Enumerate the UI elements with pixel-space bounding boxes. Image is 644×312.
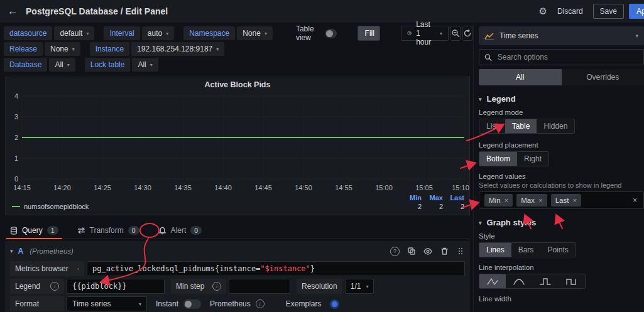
info-icon[interactable]: i xyxy=(212,282,221,291)
x-tick: 14:35 xyxy=(170,184,195,191)
help-icon[interactable]: ? xyxy=(390,247,400,256)
interpolation-step-after[interactable] xyxy=(559,274,585,288)
options-search[interactable] xyxy=(479,49,644,65)
legend-series-row[interactable]: numsofsomepidblock 2 2 2 xyxy=(6,202,469,210)
duplicate-icon[interactable] xyxy=(407,247,416,256)
save-button[interactable]: Save xyxy=(593,4,624,19)
discard-button[interactable]: Discard xyxy=(552,4,588,18)
interpolation-smooth[interactable] xyxy=(506,274,532,288)
legend-col-last[interactable]: Last xyxy=(443,194,464,202)
value-tag-min[interactable]: Min× xyxy=(484,194,513,207)
legend-format-input[interactable] xyxy=(67,279,165,294)
style-points[interactable]: Points xyxy=(540,243,575,257)
style-lines[interactable]: Lines xyxy=(479,243,511,257)
zoom-out-icon xyxy=(451,29,460,38)
metrics-browser-button[interactable]: Metrics browser› xyxy=(10,261,84,276)
chevron-down-icon[interactable]: ▾ xyxy=(10,248,13,254)
legend-series-values: 2 2 2 xyxy=(400,203,464,210)
chevron-down-icon: ▾ xyxy=(166,31,168,36)
y-tick: 0 xyxy=(6,175,18,183)
graph-styles-section-header[interactable]: ▾ Graph styles xyxy=(479,218,643,227)
refresh-icon xyxy=(463,29,472,38)
x-axis: 14:15 14:20 14:25 14:30 14:35 14:40 14:4… xyxy=(6,184,469,192)
value-tag-last[interactable]: Last× xyxy=(551,194,581,207)
smooth-interpolation-icon xyxy=(513,277,525,286)
format-select[interactable]: Time series▾ xyxy=(67,296,147,311)
gear-icon[interactable]: ⚙ xyxy=(538,6,547,17)
legend-section-header[interactable]: ▾ Legend xyxy=(479,94,643,104)
y-tick: 3 xyxy=(6,113,18,121)
format-label: Format xyxy=(10,296,64,311)
query-datasource: (Prometheus) xyxy=(30,247,74,255)
fill-actual-group: Fill Actual xyxy=(357,26,380,41)
legend-values-hint: Select values or calculations to show in… xyxy=(479,181,644,189)
info-icon[interactable]: i xyxy=(50,282,59,291)
legend-placement-bottom[interactable]: Bottom xyxy=(479,152,517,166)
search-options-input[interactable] xyxy=(496,52,638,62)
interpolation-linear[interactable] xyxy=(479,274,506,288)
step-after-icon xyxy=(566,277,577,286)
chevron-down-icon: ▾ xyxy=(86,31,89,36)
legend-value-max: 2 xyxy=(422,203,443,210)
back-arrow-icon[interactable]: ← xyxy=(8,5,18,18)
instance-select[interactable]: 192.168.254.128:9187▾ xyxy=(131,42,224,56)
datasource-select[interactable]: default▾ xyxy=(54,26,94,40)
style-label: Style xyxy=(479,232,644,240)
chevron-down-icon: ▾ xyxy=(635,33,638,39)
interval-label: Interval xyxy=(104,26,139,40)
locktable-select[interactable]: All▾ xyxy=(132,58,158,72)
time-range-picker[interactable]: Last 1 hour ▾ xyxy=(401,26,449,41)
info-icon[interactable]: i xyxy=(256,299,265,308)
remove-tag-icon[interactable]: × xyxy=(572,196,577,204)
legend-value-min: 2 xyxy=(400,203,422,210)
chevron-down-icon: ▾ xyxy=(479,96,482,102)
interval-select[interactable]: auto▾ xyxy=(142,26,174,40)
release-select[interactable]: None▾ xyxy=(45,42,80,56)
zoom-out-button[interactable] xyxy=(450,26,461,41)
expression-row: Metrics browser› pg_active_lockedsql_pid… xyxy=(10,261,465,276)
interpolation-step-before[interactable] xyxy=(532,274,559,288)
remove-tag-icon[interactable]: × xyxy=(505,196,509,204)
series-color-swatch xyxy=(12,206,20,207)
x-tick: 15:10 xyxy=(448,184,473,191)
resolution-select[interactable]: 1/1▾ xyxy=(345,279,374,294)
trash-icon[interactable] xyxy=(440,247,449,256)
visualization-picker[interactable]: Time series ▾ xyxy=(479,26,644,45)
instant-toggle[interactable] xyxy=(183,299,201,309)
tab-overrides[interactable]: Overrides xyxy=(562,69,644,85)
min-step-input[interactable] xyxy=(229,279,290,294)
legend-mode-list[interactable]: List xyxy=(479,119,505,133)
fill-button[interactable]: Fill xyxy=(358,26,380,40)
refresh-button[interactable] xyxy=(462,26,472,41)
legend-values-label: Legend values xyxy=(479,173,644,180)
legend-values-multiselect[interactable]: Min× Max× Last× × xyxy=(479,191,644,209)
tab-all[interactable]: All xyxy=(479,69,562,85)
series-name[interactable]: numsofsomepidblock xyxy=(24,203,89,210)
legend-mode-table[interactable]: Table xyxy=(505,119,537,133)
exemplars-toggle[interactable] xyxy=(330,299,339,309)
tab-query[interactable]: Query 1 xyxy=(5,222,63,239)
style-bars[interactable]: Bars xyxy=(511,243,541,257)
chevron-down-icon: ▾ xyxy=(265,31,267,36)
namespace-select[interactable]: None▾ xyxy=(237,26,273,40)
promql-expression-input[interactable]: pg_active_lockedsql_pidnums{instance="$i… xyxy=(87,261,465,276)
tab-alert[interactable]: Alert 0 xyxy=(153,222,207,239)
dashboard-variables: datasource default▾ Interval auto▾ Names… xyxy=(4,26,472,73)
legend-placement-right[interactable]: Right xyxy=(517,152,548,166)
legend-mode-hidden[interactable]: Hidden xyxy=(537,119,574,133)
tab-transform[interactable]: Transform 0 xyxy=(72,222,145,239)
legend-col-min[interactable]: Min xyxy=(400,194,422,202)
legend-col-max[interactable]: Max xyxy=(422,194,443,202)
database-select[interactable]: All▾ xyxy=(49,58,75,72)
value-tag-max[interactable]: Max× xyxy=(516,194,547,207)
query-row-header[interactable]: ▾ A (Prometheus) ? xyxy=(10,244,465,259)
clear-all-icon[interactable]: × xyxy=(631,196,638,205)
drag-handle-icon[interactable] xyxy=(456,247,465,256)
remove-tag-icon[interactable]: × xyxy=(538,196,543,204)
x-tick: 15:00 xyxy=(371,184,396,191)
hide-query-eye-icon[interactable] xyxy=(423,247,432,256)
table-view-toggle[interactable] xyxy=(325,29,337,38)
chevron-down-icon: ▾ xyxy=(72,46,75,52)
chart-plot[interactable]: 4 3 2 1 0 xyxy=(6,91,469,184)
apply-button[interactable]: Apply xyxy=(629,4,644,19)
